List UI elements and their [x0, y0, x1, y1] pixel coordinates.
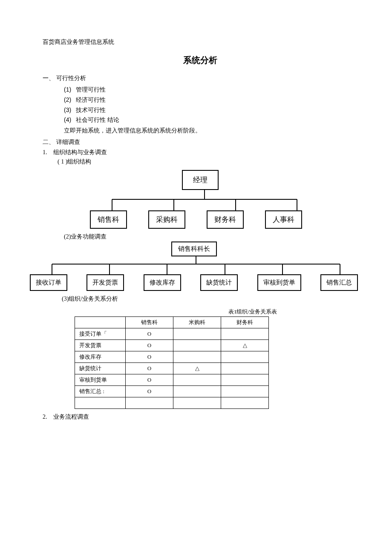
table-row: 销售汇总 : O — [75, 386, 269, 397]
org1-child-1: 销售科 — [90, 210, 127, 229]
section-2-heading: 二、 详细调查 — [43, 138, 358, 146]
feasibility-item-1: (1)管理可行性 — [64, 85, 358, 95]
table-row: 修改库存 O — [75, 351, 269, 363]
org-chart-1: 经理 销售科 采购科 财务科 人事科 — [43, 170, 358, 229]
feasibility-item-4: (4)社会可行性 结论 — [64, 115, 358, 125]
document-header: 百货商店业务管理信息系统 — [43, 38, 358, 46]
org2-child-4: 缺货统计 — [200, 274, 238, 291]
table-row: 缺货统计 O △ — [75, 363, 269, 374]
relation-table: 销售科 米购科 财务科 接受订单「 O 开发货票 O △ 修改库存 O 缺货统计… — [75, 316, 269, 409]
paren-item-2: (2)业务功能调查 — [64, 233, 358, 241]
feasibility-item-2: (2)经济可行性 — [64, 95, 358, 105]
org2-child-1: 接收订单 — [30, 274, 67, 291]
org1-child-2: 采购科 — [148, 210, 185, 229]
paren-item-1: ( 1 )组织结构 — [58, 158, 358, 166]
org1-child-3: 财务科 — [207, 210, 244, 229]
feasibility-conclusion: 立即开始系统，进入管理信息系统的系统分析阶段。 — [64, 125, 358, 136]
feasibility-item-3: (3)技术可行性 — [64, 105, 358, 115]
org1-connectors — [34, 190, 349, 210]
org2-connectors — [30, 256, 362, 274]
org2-child-6: 销售汇总 — [320, 274, 358, 291]
org1-child-4: 人事科 — [265, 210, 302, 229]
section-1-heading: 一、 可行性分析 — [43, 75, 358, 82]
table-caption: 表1组织/业务关系表 — [43, 308, 277, 316]
org2-child-3: 修改库存 — [144, 274, 181, 291]
table-header-row: 销售科 米购科 财务科 — [75, 317, 269, 328]
org2-child-5: 审核到货单 — [257, 274, 301, 291]
org2-child-2: 开发货票 — [86, 274, 124, 291]
paren-item-3: (3)组织/业务关系分析 — [62, 295, 358, 303]
subsection-2-1-heading: 1. 组织结构与业务调查 — [43, 149, 358, 156]
org-chart-2: 销售科科长 接收订单 开发货票 修改库存 缺货统计 审核到货单 销售汇总 — [30, 242, 358, 291]
table-row: 审核到货单 O — [75, 374, 269, 386]
table-row: 接受订单「 O — [75, 328, 269, 340]
table-row: 开发货票 O △ — [75, 340, 269, 351]
org1-top-node: 经理 — [182, 170, 219, 190]
org2-top-node: 销售科科长 — [171, 242, 217, 256]
document-title: 系统分析 — [43, 55, 358, 66]
table-row — [75, 397, 269, 409]
subsection-2-2-heading: 2. 业务流程调查 — [43, 413, 358, 421]
